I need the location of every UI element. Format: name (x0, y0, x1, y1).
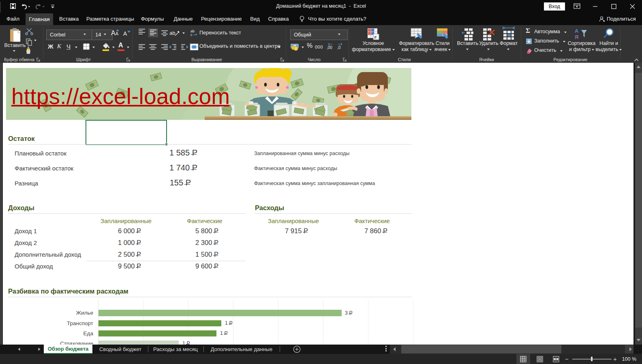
svg-text:Я: Я (575, 34, 578, 40)
svg-text:c: c (190, 33, 193, 37)
svg-text:А: А (575, 28, 579, 34)
svg-text:≠: ≠ (374, 34, 377, 40)
svg-text:,0: ,0 (337, 45, 341, 50)
svg-text:,00: ,00 (327, 45, 332, 50)
svg-text:ab: ab (169, 30, 175, 36)
